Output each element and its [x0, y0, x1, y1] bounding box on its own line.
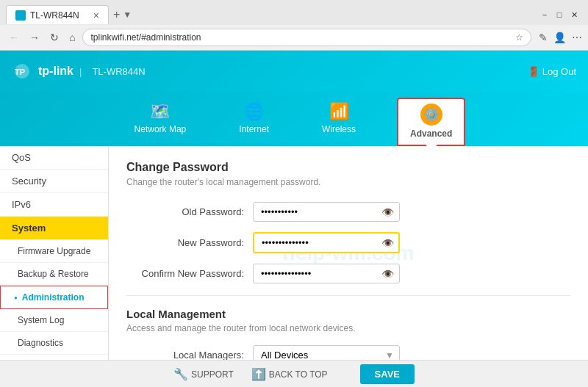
back-button[interactable]: ← [6, 30, 22, 45]
separator: | [79, 66, 82, 77]
sidebar-qos-label: QoS [12, 152, 31, 163]
new-password-eye-icon[interactable]: 👁️ [381, 237, 394, 249]
tab-bar: TL-WR844N × + ▼ − □ ✕ [0, 0, 588, 25]
sidebar-item-backup-restore[interactable]: Backup & Restore [0, 263, 108, 286]
nav-tabs: 🗺️ Network Map 🌐 Internet 📶 Wireless ⚙️ … [0, 92, 588, 146]
close-window-button[interactable]: ✕ [569, 10, 579, 20]
svg-text:TP: TP [15, 68, 25, 76]
advanced-icon: ⚙️ [420, 104, 442, 126]
address-bar: ← → ↻ ⌂ tplinkwifi.net/#administration ☆… [0, 25, 588, 50]
new-tab-button[interactable]: + [113, 8, 120, 21]
back-to-top-icon: ⬆️ [251, 367, 266, 381]
save-button[interactable]: SAVE [360, 364, 415, 384]
tab-title: TL-WR844N [30, 10, 87, 21]
confirm-password-eye-icon[interactable]: 👁️ [381, 268, 394, 280]
tab-close-button[interactable]: × [93, 10, 99, 21]
sidebar-backup-label: Backup & Restore [18, 269, 89, 279]
tab-network-map[interactable]: 🗺️ Network Map [123, 98, 198, 146]
section-divider [126, 295, 570, 296]
logout-icon: 🚪 [528, 66, 539, 77]
model-name: TL-WR844N [92, 66, 145, 77]
header-right: 🚪 Log Out [528, 66, 576, 77]
old-password-row: Old Password: 👁️ [126, 202, 570, 222]
sidebar-item-qos[interactable]: QoS [0, 146, 108, 170]
extensions-icon[interactable]: ✎ [539, 32, 548, 43]
confirm-password-label: Confirm New Password: [126, 268, 244, 279]
tab-chevron-icon[interactable]: ▼ [123, 10, 132, 20]
new-password-input[interactable] [253, 232, 400, 253]
sidebar-system-label: System [12, 223, 46, 234]
local-management-title: Local Management [126, 308, 570, 320]
sidebar-item-diagnostics[interactable]: Diagnostics [0, 332, 108, 355]
old-password-input[interactable] [253, 202, 400, 222]
sidebar-item-time[interactable]: Time [0, 355, 108, 360]
new-password-row: New Password: 👁️ [126, 232, 570, 253]
browser-tab[interactable]: TL-WR844N × [6, 5, 109, 24]
back-to-top-label: BACK TO TOP [269, 369, 328, 380]
sidebar-item-ipv6[interactable]: IPv6 [0, 193, 108, 217]
tab-internet[interactable]: 🌐 Internet [227, 98, 281, 146]
footer: 🔧 SUPPORT ⬆️ BACK TO TOP SAVE [0, 360, 588, 387]
wireless-icon: 📶 [329, 102, 349, 121]
home-button[interactable]: ⌂ [66, 30, 78, 45]
sidebar-item-firmware-upgrade[interactable]: Firmware Upgrade [0, 240, 108, 263]
toolbar-icons: ✎ 👤 ⋯ [539, 32, 582, 43]
url-icons: ☆ [515, 32, 523, 43]
old-password-eye-icon[interactable]: 👁️ [381, 206, 394, 218]
bookmark-icon[interactable]: ☆ [515, 32, 523, 43]
forward-button[interactable]: → [26, 30, 43, 45]
local-managers-select[interactable]: All Devices Specified Devices [253, 345, 400, 360]
refresh-button[interactable]: ↻ [47, 30, 62, 45]
support-label: SUPPORT [191, 369, 234, 380]
maximize-button[interactable]: □ [554, 10, 564, 20]
menu-icon[interactable]: ⋯ [572, 32, 582, 43]
sidebar-item-system-log[interactable]: System Log [0, 309, 108, 332]
account-icon[interactable]: 👤 [553, 32, 566, 43]
sidebar-diagnostics-label: Diagnostics [18, 338, 63, 348]
app: TP tp-link | TL-WR844N 🚪 Log Out 🗺️ Netw… [0, 51, 588, 387]
admin-bullet: ● [14, 294, 18, 301]
app-header: TP tp-link | TL-WR844N 🚪 Log Out [0, 51, 588, 92]
local-managers-row: Local Managers: All Devices Specified De… [126, 345, 570, 360]
local-managers-wrap: All Devices Specified Devices ▼ [253, 345, 400, 360]
support-button[interactable]: 🔧 SUPPORT [173, 367, 234, 381]
network-map-icon: 🗺️ [150, 102, 170, 121]
browser-chrome: TL-WR844N × + ▼ − □ ✕ ← → ↻ ⌂ tplinkwifi… [0, 0, 588, 51]
logo-text: tp-link [38, 65, 74, 78]
old-password-label: Old Password: [126, 206, 244, 217]
back-to-top-button[interactable]: ⬆️ BACK TO TOP [251, 367, 328, 381]
tab-internet-label: Internet [239, 124, 269, 134]
window-controls: − □ ✕ [539, 10, 582, 20]
confirm-password-row: Confirm New Password: 👁️ [126, 264, 570, 283]
local-management-desc: Access and manage the router from local … [126, 323, 570, 333]
local-managers-label: Local Managers: [126, 350, 244, 360]
sidebar-item-administration[interactable]: ● Administration [0, 286, 108, 309]
tab-advanced[interactable]: ⚙️ Advanced [397, 98, 465, 146]
tp-link-logo-icon: TP [12, 61, 32, 82]
change-password-desc: Change the router's local management pas… [126, 177, 570, 187]
main-content: QoS Security IPv6 System Firmware Upgrad… [0, 146, 588, 360]
sidebar-systemlog-label: System Log [18, 315, 64, 325]
sidebar-security-label: Security [12, 176, 46, 187]
change-password-title: Change Password [126, 161, 570, 174]
minimize-button[interactable]: − [539, 10, 550, 20]
url-box[interactable]: tplinkwifi.net/#administration ☆ [82, 29, 531, 46]
new-password-label: New Password: [126, 237, 244, 248]
old-password-wrap: 👁️ [253, 202, 400, 222]
confirm-password-wrap: 👁️ [253, 264, 400, 283]
sidebar-item-system[interactable]: System [0, 217, 108, 240]
tab-wireless[interactable]: 📶 Wireless [310, 98, 368, 146]
confirm-password-input[interactable] [253, 264, 400, 283]
sidebar: QoS Security IPv6 System Firmware Upgrad… [0, 146, 109, 360]
new-password-wrap: 👁️ [253, 232, 400, 253]
tab-advanced-label: Advanced [410, 129, 452, 139]
logout-button[interactable]: 🚪 Log Out [528, 66, 576, 77]
sidebar-firmware-label: Firmware Upgrade [18, 246, 90, 256]
tab-network-map-label: Network Map [135, 124, 187, 134]
tab-wireless-label: Wireless [322, 124, 356, 134]
content-area: help-wifi.com Change Password Change the… [109, 146, 588, 360]
logo-area: TP tp-link | TL-WR844N [12, 61, 146, 82]
sidebar-administration-label: Administration [22, 292, 85, 303]
sidebar-item-security[interactable]: Security [0, 170, 108, 193]
internet-icon: 🌐 [244, 102, 264, 121]
